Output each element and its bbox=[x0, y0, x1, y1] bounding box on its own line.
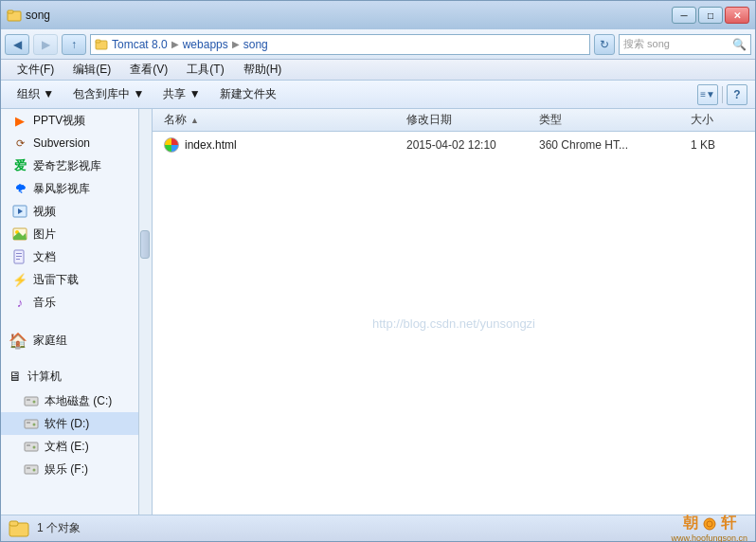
col-date-header[interactable]: 修改日期 bbox=[399, 112, 531, 128]
maximize-button[interactable]: □ bbox=[698, 7, 723, 24]
statusbar: 1 个对象 朝 轩 www.hoofungson.cn bbox=[1, 515, 755, 541]
sidebar-item-subversion[interactable]: ⟳ Subversion bbox=[1, 132, 152, 154]
svg-rect-14 bbox=[27, 399, 30, 401]
computer-icon: 🖥 bbox=[9, 369, 22, 384]
breadcrumb-tomcat[interactable]: Tomcat 8.0 bbox=[112, 38, 168, 51]
svn-icon: ⟳ bbox=[12, 136, 27, 151]
sidebar-section-computer[interactable]: 🖥 计算机 bbox=[1, 363, 152, 389]
search-placeholder: 搜索 song bbox=[623, 37, 730, 51]
minimize-button[interactable]: ─ bbox=[672, 7, 696, 24]
main-area: ▶ PPTV视频 ⟳ Subversion 爱 爱奇艺影视库 🌪 暴风影视库 bbox=[1, 109, 755, 515]
include-button[interactable]: 包含到库中 ▼ bbox=[64, 84, 153, 105]
sidebar-label-video: 视频 bbox=[33, 204, 56, 220]
back-icon: ◀ bbox=[13, 38, 22, 51]
table-row[interactable]: index.html 2015-04-02 12:10 360 Chrome H… bbox=[153, 132, 755, 158]
sidebar-label-xunlei: 迅雷下载 bbox=[33, 272, 79, 288]
logo-sun-icon bbox=[700, 515, 719, 533]
docs-icon bbox=[12, 249, 27, 264]
svg-rect-1 bbox=[8, 10, 13, 13]
organize-button[interactable]: 组织 ▼ bbox=[9, 84, 63, 105]
breadcrumb-song[interactable]: song bbox=[243, 38, 268, 51]
music-icon: ♪ bbox=[12, 295, 27, 310]
sidebar-label-drive-d: 软件 (D:) bbox=[45, 416, 89, 432]
menu-file[interactable]: 文件(F) bbox=[9, 60, 63, 81]
sidebar-scrollbar[interactable] bbox=[138, 109, 152, 515]
search-box[interactable]: 搜索 song 🔍 bbox=[619, 34, 751, 55]
back-button[interactable]: ◀ bbox=[5, 34, 29, 55]
window-title: song bbox=[26, 9, 50, 22]
sidebar-label-baofeng: 暴风影视库 bbox=[33, 181, 90, 197]
sidebar-item-music[interactable]: ♪ 音乐 bbox=[1, 291, 152, 314]
file-name-cell: index.html bbox=[153, 137, 399, 153]
file-type-icon-360 bbox=[164, 137, 179, 153]
svg-point-18 bbox=[33, 424, 36, 426]
sidebar-item-drive-e[interactable]: 文档 (E:) bbox=[1, 435, 152, 458]
sidebar-label-drive-f: 娱乐 (F:) bbox=[45, 461, 88, 478]
sidebar-item-video[interactable]: 视频 bbox=[1, 200, 152, 223]
svg-rect-20 bbox=[27, 444, 30, 446]
file-list: index.html 2015-04-02 12:10 360 Chrome H… bbox=[153, 132, 755, 515]
baofeng-icon: 🌪 bbox=[12, 181, 27, 196]
iqiyi-icon: 爱 bbox=[12, 158, 27, 173]
svg-rect-17 bbox=[27, 422, 30, 424]
xunlei-icon: ⚡ bbox=[12, 272, 27, 287]
watermark: http://blog.csdn.net/yunsongzi bbox=[372, 316, 535, 331]
svg-rect-12 bbox=[16, 259, 20, 260]
help-button[interactable]: ? bbox=[727, 84, 747, 105]
refresh-button[interactable]: ↻ bbox=[594, 34, 615, 55]
sidebar-label-svn: Subversion bbox=[33, 136, 90, 150]
window: song ─ □ ✕ ◀ ▶ ↑ Tomcat 8.0 ▶ bbox=[0, 0, 756, 542]
sidebar-label-music: 音乐 bbox=[33, 295, 56, 311]
col-type-header[interactable]: 类型 bbox=[531, 112, 683, 128]
menu-edit[interactable]: 编辑(E) bbox=[64, 60, 119, 81]
sidebar-label-homegroup: 家庭组 bbox=[33, 333, 67, 349]
svg-rect-10 bbox=[16, 253, 22, 254]
address-box[interactable]: Tomcat 8.0 ▶ webapps ▶ song bbox=[90, 34, 590, 55]
sidebar-item-drive-c[interactable]: 本地磁盘 (C:) bbox=[1, 389, 152, 412]
svg-rect-11 bbox=[16, 256, 22, 257]
help-icon: ? bbox=[733, 88, 740, 101]
homegroup-icon: 🏠 bbox=[9, 332, 27, 350]
sidebar-label-docs: 文档 bbox=[33, 249, 56, 265]
toolbar-right: ≡▼ ? bbox=[697, 84, 747, 105]
svg-point-15 bbox=[33, 401, 36, 404]
sidebar-label-computer: 计算机 bbox=[27, 369, 62, 385]
breadcrumb-webapps[interactable]: webapps bbox=[183, 38, 228, 51]
sidebar-item-xunlei[interactable]: ⚡ 迅雷下载 bbox=[1, 268, 152, 291]
sidebar-item-docs[interactable]: 文档 bbox=[1, 245, 152, 268]
share-button[interactable]: 共享 ▼ bbox=[154, 84, 208, 105]
sidebar-item-picture[interactable]: 图片 bbox=[1, 223, 152, 245]
forward-button[interactable]: ▶ bbox=[33, 34, 58, 55]
menu-tools[interactable]: 工具(T) bbox=[178, 60, 232, 81]
sidebar-item-pptv[interactable]: ▶ PPTV视频 bbox=[1, 109, 152, 132]
column-header: 名称 ▲ 修改日期 类型 大小 bbox=[153, 109, 755, 132]
titlebar-left: song bbox=[7, 8, 50, 23]
path-folder-icon bbox=[95, 38, 108, 51]
svg-rect-23 bbox=[27, 467, 30, 469]
svg-rect-26 bbox=[9, 521, 18, 526]
file-type-cell: 360 Chrome HT... bbox=[531, 138, 683, 152]
col-name-header[interactable]: 名称 ▲ bbox=[153, 112, 399, 128]
statusbar-folder-icon bbox=[9, 519, 29, 538]
sidebar: ▶ PPTV视频 ⟳ Subversion 爱 爱奇艺影视库 🌪 暴风影视库 bbox=[1, 109, 153, 515]
menu-help[interactable]: 帮助(H) bbox=[235, 60, 291, 81]
new-folder-button[interactable]: 新建文件夹 bbox=[211, 84, 285, 105]
menu-toolbar: 文件(F) 编辑(E) 查看(V) 工具(T) 帮助(H) bbox=[1, 60, 755, 81]
content-area: 名称 ▲ 修改日期 类型 大小 index.html 2015-04-02 12… bbox=[153, 109, 755, 515]
sidebar-label-drive-c: 本地磁盘 (C:) bbox=[45, 393, 112, 409]
up-button[interactable]: ↑ bbox=[62, 34, 86, 55]
col-size-header[interactable]: 大小 bbox=[683, 112, 755, 128]
close-button[interactable]: ✕ bbox=[725, 7, 749, 24]
sidebar-scroll-thumb[interactable] bbox=[140, 230, 150, 259]
sidebar-item-baofeng[interactable]: 🌪 暴风影视库 bbox=[1, 177, 152, 200]
logo-char1: 朝 bbox=[683, 514, 698, 533]
view-toggle-button[interactable]: ≡▼ bbox=[697, 84, 718, 105]
menu-view[interactable]: 查看(V) bbox=[121, 60, 176, 81]
sidebar-section-homegroup[interactable]: 🏠 家庭组 bbox=[1, 327, 152, 353]
sidebar-item-drive-d[interactable]: 软件 (D:) bbox=[1, 412, 152, 435]
svg-point-21 bbox=[33, 446, 36, 449]
sidebar-item-iqiyi[interactable]: 爱 爱奇艺影视库 bbox=[1, 154, 152, 177]
sidebar-item-drive-f[interactable]: 娱乐 (F:) bbox=[1, 458, 152, 480]
forward-icon: ▶ bbox=[42, 38, 50, 51]
search-icon[interactable]: 🔍 bbox=[732, 38, 747, 51]
